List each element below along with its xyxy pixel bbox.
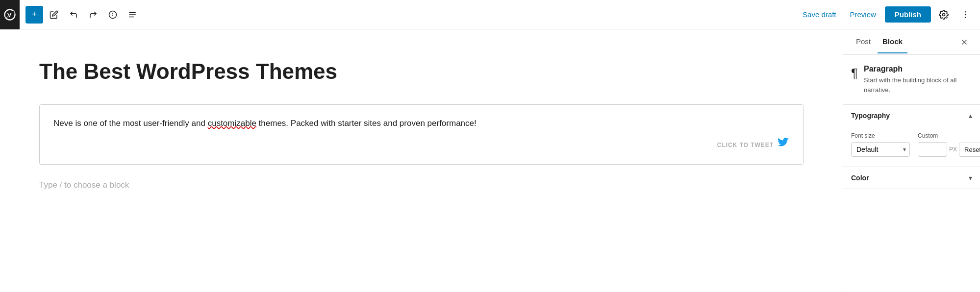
font-size-group: Font size Default Small Normal Medium La… bbox=[851, 132, 910, 157]
editor-area: The Best WordPress Themes Neve is one of… bbox=[0, 29, 843, 292]
wp-logo bbox=[0, 0, 20, 29]
typography-section-title: Typography bbox=[851, 112, 890, 120]
toolbar: + Save draft Preview Publish bbox=[0, 0, 980, 29]
sidebar-header: Post Block bbox=[843, 29, 980, 55]
typography-section-content: Font size Default Small Normal Medium La… bbox=[843, 126, 980, 167]
block-placeholder[interactable]: Type / to choose a block bbox=[39, 176, 804, 194]
custom-input-row: PX Reset bbox=[918, 142, 980, 157]
paragraph-icon: ¶ bbox=[851, 66, 858, 81]
typography-section-header[interactable]: Typography ▴ bbox=[843, 105, 980, 126]
block-info: ¶ Paragraph Start with the building bloc… bbox=[843, 55, 980, 105]
preview-button[interactable]: Preview bbox=[845, 7, 880, 22]
color-section-header[interactable]: Color ▾ bbox=[843, 167, 980, 189]
reset-button[interactable]: Reset bbox=[959, 143, 980, 157]
more-options-button[interactable] bbox=[956, 6, 974, 24]
svg-point-7 bbox=[965, 11, 966, 12]
tweet-action-row: CLICK TO TWEET bbox=[53, 138, 789, 152]
publish-button[interactable]: Publish bbox=[885, 6, 931, 23]
block-info-title: Paragraph bbox=[864, 65, 972, 73]
font-size-label: Font size bbox=[851, 132, 910, 139]
px-unit-label: PX bbox=[949, 146, 957, 153]
click-to-tweet-label[interactable]: CLICK TO TWEET bbox=[717, 142, 774, 148]
sidebar: Post Block ¶ Paragraph Start with the bu… bbox=[843, 29, 980, 292]
custom-group: Custom PX Reset bbox=[918, 132, 980, 157]
color-chevron-icon: ▾ bbox=[969, 174, 972, 182]
main-area: The Best WordPress Themes Neve is one of… bbox=[0, 29, 980, 292]
typography-chevron-icon: ▴ bbox=[969, 112, 972, 120]
svg-point-8 bbox=[965, 14, 966, 15]
tweet-text: Neve is one of the most user-friendly an… bbox=[53, 117, 789, 130]
sidebar-close-button[interactable] bbox=[956, 34, 972, 50]
block-info-text: Paragraph Start with the building block … bbox=[864, 65, 972, 95]
block-info-desc: Start with the building block of all nar… bbox=[864, 75, 972, 95]
svg-point-9 bbox=[965, 17, 966, 18]
custom-size-input[interactable] bbox=[918, 142, 947, 157]
font-size-select-wrap: Default Small Normal Medium Large Extra … bbox=[851, 142, 910, 157]
tweet-box[interactable]: Neve is one of the most user-friendly an… bbox=[39, 104, 804, 165]
settings-button[interactable] bbox=[935, 6, 953, 24]
twitter-icon[interactable] bbox=[778, 138, 789, 152]
typography-section: Typography ▴ Font size Default Small Nor… bbox=[843, 105, 980, 167]
redo-button[interactable] bbox=[84, 6, 102, 24]
info-button[interactable] bbox=[104, 6, 122, 24]
font-size-row: Font size Default Small Normal Medium La… bbox=[851, 132, 972, 157]
spellcheck-word: customizable bbox=[208, 119, 256, 128]
undo-button[interactable] bbox=[65, 6, 82, 24]
font-size-select[interactable]: Default Small Normal Medium Large Extra … bbox=[851, 142, 910, 157]
tab-block[interactable]: Block bbox=[878, 30, 907, 53]
list-view-button[interactable] bbox=[124, 6, 141, 24]
add-block-button[interactable]: + bbox=[25, 6, 43, 24]
custom-label: Custom bbox=[918, 132, 980, 139]
tab-post[interactable]: Post bbox=[851, 30, 876, 53]
color-section: Color ▾ bbox=[843, 167, 980, 189]
edit-mode-button[interactable] bbox=[45, 6, 63, 24]
svg-point-6 bbox=[943, 13, 945, 16]
toolbar-right: Save draft Preview Publish bbox=[798, 6, 974, 24]
post-title[interactable]: The Best WordPress Themes bbox=[39, 59, 804, 85]
save-draft-button[interactable]: Save draft bbox=[798, 7, 841, 22]
color-section-title: Color bbox=[851, 174, 869, 182]
